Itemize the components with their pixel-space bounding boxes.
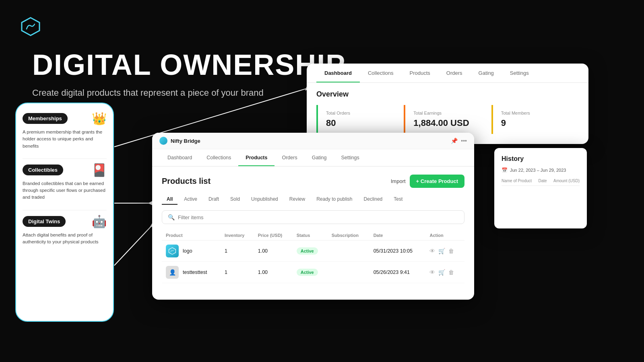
cart-icon-logo[interactable]: 🛒	[438, 248, 445, 254]
history-col-amount: Amount (USD)	[553, 179, 580, 183]
subscription-logo	[328, 241, 369, 262]
total-earnings-label: Total Earnings	[413, 111, 483, 115]
history-col-date: Date	[538, 179, 547, 183]
product-name-text-test: testtesttest	[183, 269, 207, 275]
product-avatar-test: 👤	[166, 266, 179, 279]
import-button[interactable]: Import	[391, 178, 406, 184]
action-test: 👁 🛒 🗑	[425, 262, 464, 283]
filter-ready-publish[interactable]: Ready to publish	[312, 194, 357, 205]
svg-marker-4	[148, 201, 152, 205]
product-name-logo: logo	[166, 245, 217, 257]
status-badge-test: Active	[297, 269, 318, 276]
subscription-test	[328, 262, 369, 283]
nav-item-dashboard[interactable]: Dashboard	[316, 64, 360, 82]
nav-dashboard[interactable]: Dashboard	[160, 149, 199, 166]
collectibles-badge: Collectibles	[23, 165, 63, 175]
date-test: 05/26/2023 9:41	[369, 262, 426, 283]
search-bar: 🔍	[162, 210, 464, 224]
phone-item-memberships: Memberships 👑 A premium membership that …	[23, 111, 107, 150]
filter-active[interactable]: Active	[179, 194, 202, 205]
window-controls: 📌 •••	[451, 138, 467, 144]
products-table: Product Inventory Price (USD) Status Sub…	[162, 230, 464, 283]
products-list-title: Products list	[162, 177, 211, 186]
window-title: Nifty Bridge	[171, 138, 451, 144]
filter-draft[interactable]: Draft	[204, 194, 224, 205]
nav-item-orders-back[interactable]: Orders	[438, 64, 471, 82]
nav-item-products-back[interactable]: Products	[402, 64, 438, 82]
history-title: History	[502, 155, 580, 162]
logo	[20, 16, 41, 39]
hero-title: DIGITAL OWNERSHIP	[32, 48, 346, 81]
filter-review[interactable]: Review	[285, 194, 310, 205]
price-logo: 1.00	[254, 241, 293, 262]
memberships-icon: 👑	[92, 111, 107, 125]
svg-marker-0	[22, 18, 39, 35]
dashboard-nav: Dashboard Collections Products Orders Ga…	[307, 64, 588, 83]
window-icon	[159, 137, 167, 145]
total-orders-card: Total Orders 80	[316, 105, 404, 134]
filter-all[interactable]: All	[162, 194, 178, 205]
nav-settings[interactable]: Settings	[334, 149, 367, 166]
total-members-label: Total Members	[501, 111, 571, 115]
history-col-name: Name of Product	[502, 179, 532, 183]
date-logo: 05/31/2023 10:05	[369, 241, 426, 262]
window-more-icon[interactable]: •••	[461, 138, 467, 144]
col-action: Action	[425, 230, 464, 241]
filter-test[interactable]: Test	[389, 194, 407, 205]
history-date-text: Jun 22, 2023 – Jun 29, 2023	[510, 168, 566, 173]
calendar-icon: 📅	[502, 167, 508, 173]
product-cell-logo: logo	[162, 241, 221, 262]
delete-icon-test[interactable]: 🗑	[448, 269, 454, 276]
col-subscription: Subscription	[328, 230, 369, 241]
nav-orders[interactable]: Orders	[275, 149, 304, 166]
status-test: Active	[293, 262, 328, 283]
nav-products[interactable]: Products	[238, 149, 275, 166]
filter-sold[interactable]: Sold	[225, 194, 245, 205]
inventory-logo: 1	[221, 241, 254, 262]
collectibles-icon: 🎴	[92, 163, 107, 177]
products-panel: Nifty Bridge 📌 ••• Dashboard Collections…	[152, 133, 474, 300]
nav-item-settings-back[interactable]: Settings	[502, 64, 537, 82]
price-test: 1.00	[254, 262, 293, 283]
search-input[interactable]	[178, 214, 458, 220]
col-price: Price (USD)	[254, 230, 293, 241]
nav-collections[interactable]: Collections	[199, 149, 238, 166]
col-status: Status	[293, 230, 328, 241]
digital-twins-desc: Attach digital benefits and proof of aut…	[23, 232, 107, 246]
nav-item-gating-back[interactable]: Gating	[471, 64, 502, 82]
inventory-test: 1	[221, 262, 254, 283]
total-orders-label: Total Orders	[326, 111, 396, 115]
cart-icon-test[interactable]: 🛒	[438, 269, 445, 276]
memberships-desc: A premium membership that grants the hol…	[23, 129, 107, 150]
filter-unpublished[interactable]: Unpublished	[246, 194, 283, 205]
delete-icon-logo[interactable]: 🗑	[448, 248, 454, 254]
action-icons-logo: 👁 🛒 🗑	[429, 248, 460, 254]
table-row: 👤 testtesttest 1 1.00 Active 05/26/2023 …	[162, 262, 464, 283]
search-icon: 🔍	[168, 214, 175, 220]
history-date-range: 📅 Jun 22, 2023 – Jun 29, 2023	[502, 167, 580, 173]
digital-twins-icon: 🤖	[92, 214, 107, 228]
overview-cards: Total Orders 80 Total Earnings 1,884.00 …	[316, 105, 579, 134]
action-icons-test: 👁 🛒 🗑	[429, 269, 460, 276]
view-icon-logo[interactable]: 👁	[429, 248, 435, 254]
history-columns: Name of Product Date Amount (USD)	[502, 179, 580, 186]
nav-item-collections[interactable]: Collections	[360, 64, 402, 82]
total-earnings-card: Total Earnings 1,884.00 USD	[404, 105, 491, 134]
window-pin-icon[interactable]: 📌	[451, 138, 458, 144]
products-list-actions: Import + Create Product	[391, 175, 464, 188]
collectibles-desc: Branded collectibles that can be earned …	[23, 180, 107, 201]
product-name-text-logo: logo	[183, 248, 192, 254]
col-inventory: Inventory	[221, 230, 254, 241]
svg-marker-7	[169, 248, 176, 255]
view-icon-test[interactable]: 👁	[429, 269, 435, 276]
filter-declined[interactable]: Declined	[359, 194, 388, 205]
phone-item-collectibles: Collectibles 🎴 Branded collectibles that…	[23, 163, 107, 201]
create-product-button[interactable]: + Create Product	[410, 175, 464, 188]
action-logo: 👁 🛒 🗑	[425, 241, 464, 262]
status-badge-logo: Active	[297, 247, 318, 255]
overview-title: Overview	[316, 90, 579, 99]
product-cell-test: 👤 testtesttest	[162, 262, 221, 283]
col-date: Date	[369, 230, 426, 241]
nav-gating[interactable]: Gating	[305, 149, 334, 166]
hero-subtitle: Create digital products that represent a…	[32, 88, 264, 98]
